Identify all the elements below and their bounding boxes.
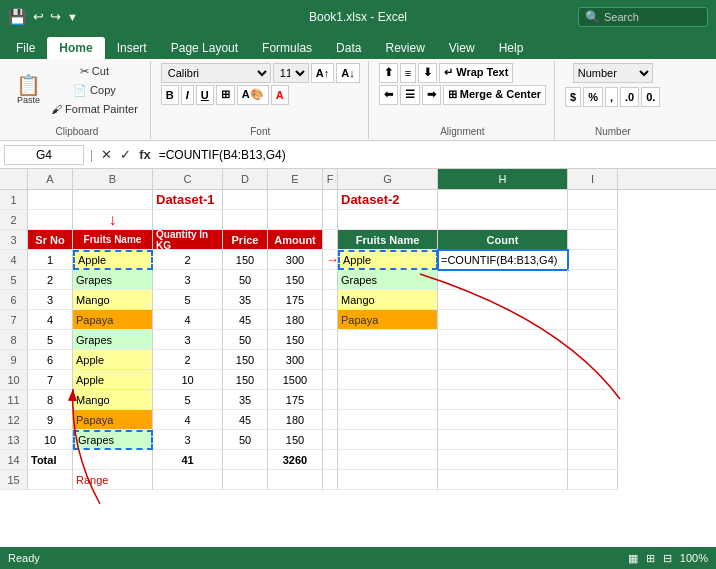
- cell-c5[interactable]: 3: [153, 270, 223, 290]
- cell-c12[interactable]: 4: [153, 410, 223, 430]
- col-header-d[interactable]: D: [223, 169, 268, 189]
- confirm-formula-icon[interactable]: ✓: [118, 147, 133, 162]
- cell-b6[interactable]: Mango: [73, 290, 153, 310]
- row-header-5[interactable]: 5: [0, 270, 28, 290]
- cell-h12[interactable]: [438, 410, 568, 430]
- cell-g7[interactable]: Papaya: [338, 310, 438, 330]
- row-header-1[interactable]: 1: [0, 190, 28, 210]
- col-header-e[interactable]: E: [268, 169, 323, 189]
- cell-g10[interactable]: [338, 370, 438, 390]
- cell-b1[interactable]: [73, 190, 153, 210]
- cell-i8[interactable]: [568, 330, 618, 350]
- tab-help[interactable]: Help: [487, 37, 536, 59]
- tab-formulas[interactable]: Formulas: [250, 37, 324, 59]
- cell-f3[interactable]: [323, 230, 338, 250]
- cell-e7[interactable]: 180: [268, 310, 323, 330]
- row-header-12[interactable]: 12: [0, 410, 28, 430]
- tab-view[interactable]: View: [437, 37, 487, 59]
- cell-b11[interactable]: Mango: [73, 390, 153, 410]
- cell-b15[interactable]: Range: [73, 470, 153, 490]
- cell-b4[interactable]: Apple: [73, 250, 153, 270]
- cell-g12[interactable]: [338, 410, 438, 430]
- cell-f12[interactable]: [323, 410, 338, 430]
- cell-f2[interactable]: [323, 210, 338, 230]
- cell-i15[interactable]: [568, 470, 618, 490]
- format-painter-button[interactable]: 🖌 Format Painter: [47, 101, 142, 117]
- cell-a14[interactable]: Total: [28, 450, 73, 470]
- col-header-b[interactable]: B: [73, 169, 153, 189]
- cell-c8[interactable]: 3: [153, 330, 223, 350]
- cell-c7[interactable]: 4: [153, 310, 223, 330]
- cell-i4[interactable]: [568, 250, 618, 270]
- cell-c3[interactable]: Quantity In KG: [153, 230, 223, 250]
- cell-e6[interactable]: 175: [268, 290, 323, 310]
- redo-icon[interactable]: ↪: [50, 9, 61, 24]
- copy-button[interactable]: 📄 Copy: [47, 82, 142, 99]
- cell-e4[interactable]: 300: [268, 250, 323, 270]
- cell-c2[interactable]: [153, 210, 223, 230]
- cell-f5[interactable]: [323, 270, 338, 290]
- cell-a3[interactable]: Sr No: [28, 230, 73, 250]
- cell-a1[interactable]: [28, 190, 73, 210]
- cell-g14[interactable]: [338, 450, 438, 470]
- row-header-4[interactable]: 4: [0, 250, 28, 270]
- cell-h14[interactable]: [438, 450, 568, 470]
- cell-b13[interactable]: Grapes: [73, 430, 153, 450]
- cell-d15[interactable]: [223, 470, 268, 490]
- cell-a7[interactable]: 4: [28, 310, 73, 330]
- cell-a12[interactable]: 9: [28, 410, 73, 430]
- formula-input[interactable]: [157, 146, 712, 164]
- row-header-15[interactable]: 15: [0, 470, 28, 490]
- view-break-icon[interactable]: ⊟: [663, 552, 672, 565]
- customize-icon[interactable]: ▼: [67, 11, 78, 23]
- cell-e9[interactable]: 300: [268, 350, 323, 370]
- cell-g2[interactable]: [338, 210, 438, 230]
- col-header-g[interactable]: G: [338, 169, 438, 189]
- cell-c10[interactable]: 10: [153, 370, 223, 390]
- comma-button[interactable]: ,: [605, 87, 618, 107]
- cell-h7[interactable]: [438, 310, 568, 330]
- row-header-10[interactable]: 10: [0, 370, 28, 390]
- cell-i1[interactable]: [568, 190, 618, 210]
- cell-a13[interactable]: 10: [28, 430, 73, 450]
- cell-f8[interactable]: [323, 330, 338, 350]
- cell-e11[interactable]: 175: [268, 390, 323, 410]
- cell-b9[interactable]: Apple: [73, 350, 153, 370]
- cell-i3[interactable]: [568, 230, 618, 250]
- cell-c13[interactable]: 3: [153, 430, 223, 450]
- decrease-font-button[interactable]: A↓: [336, 63, 359, 83]
- cell-d7[interactable]: 45: [223, 310, 268, 330]
- cell-e12[interactable]: 180: [268, 410, 323, 430]
- paste-button[interactable]: 📋 Paste: [12, 73, 45, 107]
- tab-review[interactable]: Review: [373, 37, 436, 59]
- cell-a2[interactable]: [28, 210, 73, 230]
- cancel-formula-icon[interactable]: ✕: [99, 147, 114, 162]
- decrease-decimal-button[interactable]: 0.: [641, 87, 660, 107]
- cell-i10[interactable]: [568, 370, 618, 390]
- cell-a8[interactable]: 5: [28, 330, 73, 350]
- cell-e2[interactable]: [268, 210, 323, 230]
- cell-c9[interactable]: 2: [153, 350, 223, 370]
- cell-a15[interactable]: [28, 470, 73, 490]
- cell-g4[interactable]: Apple: [338, 250, 438, 270]
- fill-color-button[interactable]: A🎨: [237, 85, 269, 105]
- align-middle-button[interactable]: ≡: [400, 63, 416, 83]
- save-icon[interactable]: 💾: [8, 8, 27, 26]
- align-left-button[interactable]: ⬅: [379, 85, 398, 105]
- col-header-c[interactable]: C: [153, 169, 223, 189]
- cell-h3[interactable]: Count: [438, 230, 568, 250]
- cell-i13[interactable]: [568, 430, 618, 450]
- cell-d6[interactable]: 35: [223, 290, 268, 310]
- cell-b10[interactable]: Apple: [73, 370, 153, 390]
- cell-b2[interactable]: ↓: [73, 210, 153, 230]
- cell-f1[interactable]: [323, 190, 338, 210]
- cell-h1[interactable]: [438, 190, 568, 210]
- row-header-9[interactable]: 9: [0, 350, 28, 370]
- cell-i9[interactable]: [568, 350, 618, 370]
- increase-decimal-button[interactable]: .0: [620, 87, 639, 107]
- cell-d3[interactable]: Price: [223, 230, 268, 250]
- row-header-8[interactable]: 8: [0, 330, 28, 350]
- row-header-11[interactable]: 11: [0, 390, 28, 410]
- cell-g13[interactable]: [338, 430, 438, 450]
- cell-i5[interactable]: [568, 270, 618, 290]
